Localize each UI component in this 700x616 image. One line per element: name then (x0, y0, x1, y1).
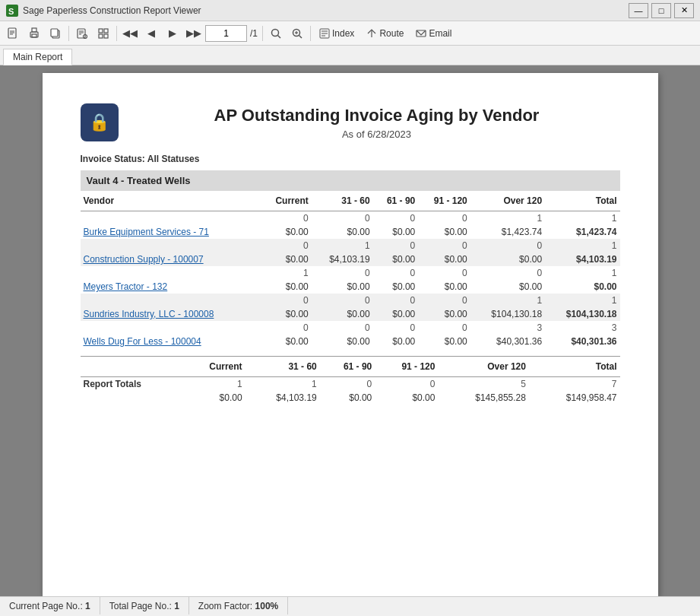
totals-table: Current 31 - 60 61 - 90 91 - 120 Over 12… (81, 357, 620, 405)
totals-label-header (81, 357, 183, 377)
report-subtitle: As of 6/28/2023 (134, 129, 620, 140)
current-page-segment: Current Page No.: 1 (0, 597, 100, 614)
count-91-120: 0 (418, 294, 470, 307)
toolbar-btn-5[interactable] (93, 24, 113, 43)
table-row: Construction Supply - 100007 $0.00 $4,10… (81, 252, 620, 266)
vendor-link-cell[interactable]: Burke Equipment Services - 71 (81, 225, 261, 239)
totals-total-header: Total (529, 357, 620, 377)
count-over-120: 1 (470, 294, 545, 307)
lock-icon: 🔒 (89, 113, 109, 132)
zoom-btn[interactable] (287, 24, 307, 43)
count-91-120: 0 (418, 211, 470, 226)
svg-rect-11 (78, 29, 85, 38)
toolbar-btn-3[interactable] (46, 24, 65, 43)
email-button[interactable]: Email (410, 24, 457, 43)
window-controls: — □ ✕ (629, 3, 694, 18)
total-page-value: 1 (174, 601, 179, 611)
report-table: Vendor Current 31 - 60 61 - 90 91 - 120 … (81, 191, 620, 348)
report-header: 🔒 AP Outstanding Invoice Aging by Vendor… (81, 103, 620, 141)
section-header: Vault 4 - Treated Wells (81, 170, 620, 191)
route-label: Route (379, 28, 404, 39)
index-label: Index (332, 28, 354, 39)
route-button[interactable]: Route (361, 24, 409, 43)
close-button[interactable]: ✕ (674, 3, 694, 18)
vendor-link-cell[interactable]: Wells Dug For Less - 100004 (81, 335, 261, 348)
amt-91-120: $0.00 (418, 225, 470, 239)
svg-rect-19 (104, 34, 108, 38)
amt-total: $104,130.18 (545, 307, 619, 321)
svg-point-20 (272, 29, 279, 36)
toolbar-btn-4[interactable] (72, 24, 92, 43)
amt-61-90: $0.00 (373, 225, 419, 239)
index-icon (319, 28, 330, 39)
count-total: 3 (545, 321, 619, 335)
amt-91-120: $0.00 (418, 335, 470, 348)
amt-91-120: $0.00 (418, 280, 470, 294)
current-page-value: 1 (85, 601, 90, 611)
vendor-link[interactable]: Construction Supply - 100007 (84, 254, 204, 265)
svg-rect-8 (32, 34, 36, 37)
title-bar: S Sage Paperless Construction Report Vie… (0, 0, 700, 21)
amt-31-60: $4,103.19 (312, 252, 373, 266)
svg-rect-10 (51, 29, 58, 37)
amt-over-120: $0.00 (470, 252, 545, 266)
vendor-link[interactable]: Meyers Tractor - 132 (84, 281, 168, 292)
toolbar: ◀◀ ◀ ▶ ▶▶ /1 Index Route Email (0, 21, 700, 46)
count-61-90: 0 (373, 321, 419, 335)
vendor-link-cell[interactable]: Construction Supply - 100007 (81, 252, 261, 266)
count-31-60: 0 (312, 266, 373, 280)
count-91-120: 0 (418, 239, 470, 252)
totals-amt-61-90: $0.00 (320, 391, 375, 405)
table-row: Wells Dug For Less - 100004 $0.00 $0.00 … (81, 335, 620, 348)
prev-page-button[interactable]: ◀ (141, 24, 161, 43)
totals-over-120-header: Over 120 (438, 357, 528, 377)
totals-31-60-header: 31 - 60 (245, 357, 320, 377)
col-vendor: Vendor (81, 191, 261, 211)
page-number-input[interactable] (205, 25, 247, 42)
count-61-90: 0 (373, 211, 419, 226)
title-bar-left: S Sage Paperless Construction Report Vie… (6, 5, 201, 17)
amt-over-120: $1,423.74 (470, 225, 545, 239)
vendor-link[interactable]: Burke Equipment Services - 71 (84, 227, 209, 237)
amt-over-120: $104,130.18 (470, 307, 545, 321)
col-31-60: 31 - 60 (312, 191, 373, 211)
total-page-segment: Total Page No.: 1 (100, 597, 189, 614)
vendor-link[interactable]: Sundries Industry, LLC - 100008 (84, 309, 214, 319)
totals-count-current: 1 (183, 377, 245, 392)
count-over-120: 3 (470, 321, 545, 335)
tab-bar: Main Report (0, 46, 700, 65)
amt-total: $1,423.74 (545, 225, 619, 239)
next-page-button[interactable]: ▶ (163, 24, 182, 43)
report-totals-label: Report Totals (81, 377, 183, 392)
vendor-link-cell[interactable]: Meyers Tractor - 132 (81, 280, 261, 294)
first-page-button[interactable]: ◀◀ (120, 24, 140, 43)
col-total: Total (545, 191, 619, 211)
report-logo: 🔒 (81, 103, 119, 141)
new-icon (7, 27, 19, 40)
svg-line-21 (278, 35, 281, 38)
maximize-button[interactable]: □ (651, 3, 671, 18)
minimize-button[interactable]: — (629, 3, 648, 18)
toolbar-btn-1[interactable] (3, 24, 23, 43)
search-icon (76, 27, 88, 40)
vendor-link[interactable]: Wells Dug For Less - 100004 (84, 336, 201, 347)
zoom-segment: Zoom Factor: 100% (189, 597, 288, 614)
main-report-tab-label: Main Report (13, 52, 62, 62)
report-page: 🔒 AP Outstanding Invoice Aging by Vendor… (43, 73, 658, 596)
toolbar-btn-2[interactable] (24, 24, 44, 43)
totals-count-row: Report Totals 1 1 0 0 5 7 (81, 377, 620, 392)
search-btn[interactable] (266, 24, 286, 43)
vendor-link-cell[interactable]: Sundries Industry, LLC - 100008 (81, 307, 261, 321)
amt-current: $0.00 (260, 307, 312, 321)
last-page-button[interactable]: ▶▶ (184, 24, 204, 43)
count-91-120: 0 (418, 266, 470, 280)
svg-text:S: S (8, 7, 14, 16)
table-row: Burke Equipment Services - 71 $0.00 $0.0… (81, 225, 620, 239)
amt-current: $0.00 (260, 280, 312, 294)
totals-amt-over-120: $145,855.28 (438, 391, 528, 405)
totals-count-total: 7 (529, 377, 620, 392)
index-button[interactable]: Index (314, 24, 360, 43)
toolbar-sep-2 (116, 26, 117, 41)
zoom-value: 100% (255, 601, 279, 611)
main-report-tab[interactable]: Main Report (3, 49, 72, 65)
